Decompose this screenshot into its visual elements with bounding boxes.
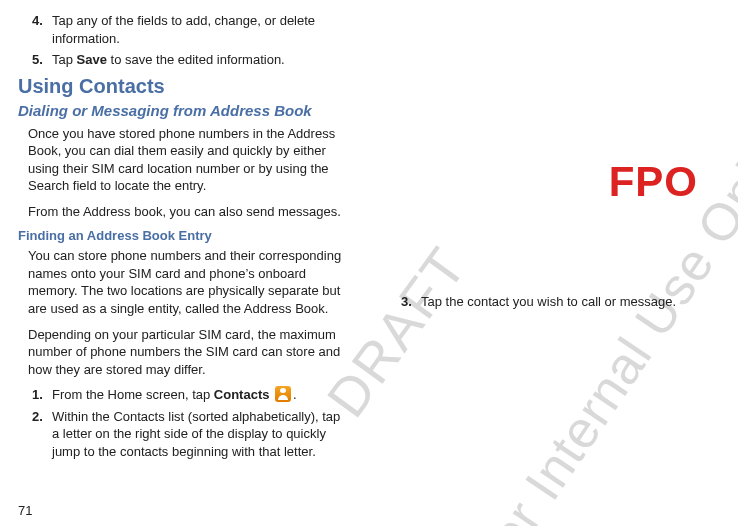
step-number: 2. [32, 408, 52, 461]
text-part [269, 387, 273, 402]
fpo-label: FPO [609, 158, 698, 206]
heading-using-contacts: Using Contacts [18, 75, 351, 98]
text-part: to save the edited information. [107, 52, 285, 67]
paragraph: Depending on your particular SIM card, t… [28, 326, 351, 379]
text-part: . [293, 387, 297, 402]
step-number: 4. [32, 12, 52, 47]
contacts-icon [275, 386, 291, 402]
step-text: Tap any of the fields to add, change, or… [52, 12, 351, 47]
right-column: FPO 3. Tap the contact you wish to call … [369, 8, 720, 516]
step-text: Within the Contacts list (sorted alphabe… [52, 408, 351, 461]
step-number: 5. [32, 51, 52, 69]
left-column: 4. Tap any of the fields to add, change,… [18, 8, 369, 516]
page-number: 71 [18, 503, 32, 518]
step-text: Tap Save to save the edited information. [52, 51, 351, 69]
step-2: 2. Within the Contacts list (sorted alph… [32, 408, 351, 461]
paragraph: You can store phone numbers and their co… [28, 247, 351, 317]
paragraph: Once you have stored phone numbers in th… [28, 125, 351, 195]
text-part: Tap [52, 52, 77, 67]
bold-word: Contacts [214, 387, 270, 402]
step-5: 5. Tap Save to save the edited informati… [32, 51, 351, 69]
step-text: From the Home screen, tap Contacts . [52, 386, 351, 404]
step-number: 1. [32, 386, 52, 404]
bold-word: Save [77, 52, 107, 67]
step-3: 3. Tap the contact you wish to call or m… [401, 293, 720, 311]
step-1: 1. From the Home screen, tap Contacts . [32, 386, 351, 404]
heading-dialing-messaging: Dialing or Messaging from Address Book [18, 102, 351, 119]
heading-finding-entry: Finding an Address Book Entry [18, 228, 351, 243]
page: DRAFT For Internal Use Only 4. Tap any o… [0, 0, 738, 526]
step-text: Tap the contact you wish to call or mess… [421, 293, 720, 311]
text-part: From the Home screen, tap [52, 387, 214, 402]
step-4: 4. Tap any of the fields to add, change,… [32, 12, 351, 47]
step-number: 3. [401, 293, 421, 311]
paragraph: From the Address book, you can also send… [28, 203, 351, 221]
